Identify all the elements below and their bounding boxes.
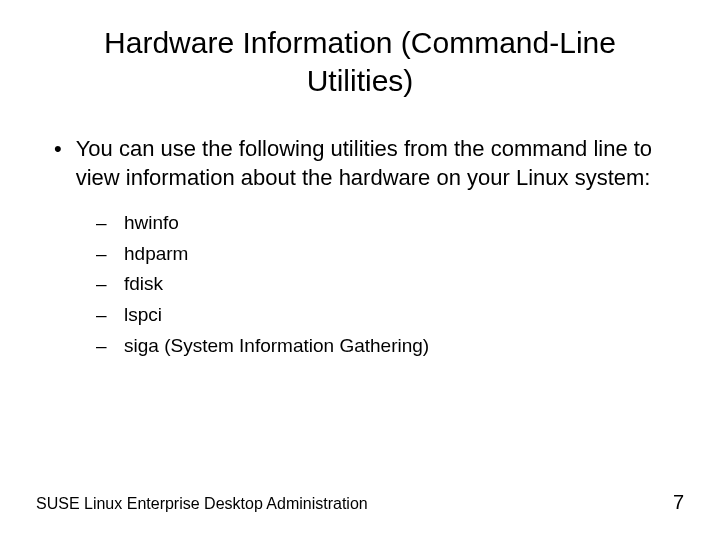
utility-name: lspci [124,302,162,329]
dash-marker: – [96,302,110,329]
utility-name: siga (System Information Gathering) [124,333,429,360]
dash-marker: – [96,210,110,237]
bullet-marker: • [54,135,62,164]
dash-marker: – [96,333,110,360]
slide-title: Hardware Information (Command-Line Utili… [36,24,684,99]
bullet-text: You can use the following utilities from… [76,135,684,192]
sub-list: – hwinfo – hdparm – fdisk – lspci – siga… [54,210,684,359]
list-item: – hwinfo [96,210,684,237]
list-item: – hdparm [96,241,684,268]
slide-footer: SUSE Linux Enterprise Desktop Administra… [36,491,684,514]
footer-title: SUSE Linux Enterprise Desktop Administra… [36,495,368,513]
bullet-item: • You can use the following utilities fr… [54,135,684,192]
utility-name: fdisk [124,271,163,298]
utility-name: hwinfo [124,210,179,237]
utility-name: hdparm [124,241,188,268]
dash-marker: – [96,271,110,298]
list-item: – lspci [96,302,684,329]
page-number: 7 [673,491,684,514]
list-item: – siga (System Information Gathering) [96,333,684,360]
list-item: – fdisk [96,271,684,298]
dash-marker: – [96,241,110,268]
slide-body: • You can use the following utilities fr… [36,135,684,359]
